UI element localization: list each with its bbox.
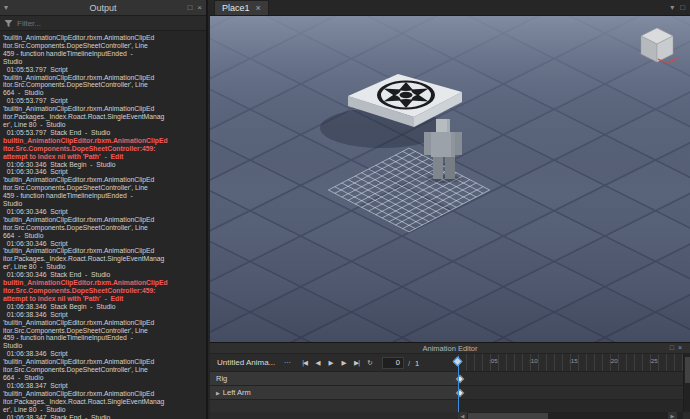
expander-icon[interactable]: ▶: [216, 390, 220, 396]
log-line[interactable]: er', Line 80 - Studio: [3, 263, 205, 271]
output-panel-header: ▾ Output □ ×: [0, 0, 206, 16]
log-line[interactable]: 459 - function handleTimelineInputEnded …: [3, 50, 205, 58]
document-tabbar: Place1 × ▾ □: [210, 0, 690, 16]
log-line[interactable]: attempt to index nil with 'Path' - Edit: [3, 295, 205, 303]
step-back-button[interactable]: ◀: [311, 356, 324, 370]
viewport-scene[interactable]: [210, 16, 690, 342]
log-line[interactable]: 01:05:53.797 Stack End - Studio: [3, 129, 205, 137]
log-line[interactable]: 'builtin_AnimationClipEditor.rbxm.Animat…: [3, 216, 205, 224]
skip-to-start-button[interactable]: |◀: [298, 356, 311, 370]
log-line[interactable]: builtin_AnimationClipEditor.rbxm.Animati…: [3, 137, 205, 145]
log-line[interactable]: 01:06:30.346 Script: [3, 240, 205, 248]
log-line[interactable]: Studio: [3, 342, 205, 350]
vscroll-thumb[interactable]: [685, 357, 690, 383]
output-filter-bar[interactable]: [0, 16, 206, 31]
float-panel-icon[interactable]: □: [187, 4, 192, 12]
filter-funnel-icon: [4, 19, 13, 28]
tabbar-float-icon[interactable]: □: [680, 3, 685, 12]
log-line[interactable]: 'builtin_AnimationClipEditor.rbxm.Animat…: [3, 34, 205, 42]
timeline-horizontal-scrollbar[interactable]: ◀ ▶: [210, 412, 690, 419]
tab-place1[interactable]: Place1 ×: [214, 0, 269, 15]
animation-editor-panel: Animation Editor □ × Untitled Anima... .…: [210, 342, 690, 419]
clip-name-dropdown[interactable]: Untitled Anima...: [217, 358, 275, 367]
log-line[interactable]: itor.Src.Components.DopeSheetController'…: [3, 81, 205, 89]
output-filter-input[interactable]: [17, 19, 202, 28]
ruler-tick-label: :10: [529, 357, 538, 364]
scroll-left-icon[interactable]: ◀: [458, 412, 467, 419]
animation-editor-title: Animation Editor: [210, 343, 690, 354]
log-line[interactable]: 664 - Studio: [3, 89, 205, 97]
frame-separator: /: [408, 359, 410, 368]
timeline-ruler[interactable]: :05:10:15:20:25: [458, 354, 683, 371]
float-panel-icon[interactable]: □: [670, 344, 674, 352]
log-line[interactable]: itor.Src.Components.DopeSheetController'…: [3, 42, 205, 50]
log-line[interactable]: itor.Src.Components.DopeSheetController:…: [3, 145, 205, 153]
log-line[interactable]: er', Line 80 - Studio: [3, 121, 205, 129]
log-line[interactable]: itor.Src.Components.DopeSheetController:…: [3, 287, 205, 295]
step-forward-button[interactable]: ▶: [337, 356, 350, 370]
log-line[interactable]: Studio: [3, 200, 205, 208]
panel-menu-icon[interactable]: ▾: [4, 3, 8, 12]
log-line[interactable]: 'builtin_AnimationClipEditor.rbxm.Animat…: [3, 176, 205, 184]
ruler-tick-label: :05: [489, 357, 498, 364]
log-line[interactable]: itor.Src.Components.DopeSheetController'…: [3, 184, 205, 192]
log-line[interactable]: itor.Packages._Index.Roact.Roact.SingleE…: [3, 255, 205, 263]
main-region: Place1 × ▾ □: [210, 0, 690, 419]
track-row-rig[interactable]: Rig: [210, 372, 458, 386]
log-line[interactable]: itor.Packages._Index.Roact.Roact.SingleE…: [3, 113, 205, 121]
total-duration-input[interactable]: 1: [415, 359, 419, 368]
log-line[interactable]: 01:06:38.346 Script: [3, 350, 205, 358]
track-lane-column: [458, 372, 683, 412]
track-name-column: Rig▶Left Arm: [210, 372, 458, 412]
log-line[interactable]: 01:06:30.346 Stack Begin - Studio: [3, 161, 205, 169]
log-line[interactable]: 01:06:30.346 Script: [3, 208, 205, 216]
track-row-left-arm[interactable]: ▶Left Arm: [210, 386, 458, 400]
log-line[interactable]: 'builtin_AnimationClipEditor.rbxm.Animat…: [3, 74, 205, 82]
track-lane[interactable]: [459, 386, 683, 400]
log-line[interactable]: 01:06:30.346 Script: [3, 168, 205, 176]
log-line[interactable]: 01:06:38.347 Stack End - Studio: [3, 414, 205, 419]
log-line[interactable]: 459 - function handleTimelineInputEnded …: [3, 192, 205, 200]
loop-toggle-button[interactable]: ↻: [363, 356, 376, 370]
close-panel-icon[interactable]: ×: [678, 344, 682, 352]
play-button[interactable]: ▶: [324, 356, 337, 370]
tab-close-icon[interactable]: ×: [256, 3, 261, 13]
track-label: Rig: [216, 374, 227, 383]
log-line[interactable]: 'builtin_AnimationClipEditor.rbxm.Animat…: [3, 247, 205, 255]
log-line[interactable]: itor.Src.Components.DopeSheetController'…: [3, 224, 205, 232]
log-line[interactable]: attempt to index nil with 'Path' - Edit: [3, 153, 205, 161]
log-line[interactable]: Studio: [3, 58, 205, 66]
log-line[interactable]: itor.Packages._Index.Roact.Roact.SingleE…: [3, 398, 205, 406]
log-line[interactable]: itor.Src.Components.DopeSheetController'…: [3, 327, 205, 335]
clip-menu-button[interactable]: ...: [284, 356, 291, 365]
tabbar-menu-icon[interactable]: ▾: [670, 3, 674, 12]
viewport-3d[interactable]: [210, 16, 690, 342]
log-line[interactable]: 01:06:38.346 Script: [3, 311, 205, 319]
log-line[interactable]: 01:05:53.797 Script: [3, 66, 205, 74]
timeline-vertical-scrollbar[interactable]: [683, 354, 690, 412]
hscroll-thumb[interactable]: [468, 413, 548, 419]
log-line[interactable]: 01:05:53.797 Script: [3, 97, 205, 105]
close-panel-icon[interactable]: ×: [197, 4, 202, 12]
current-frame-input[interactable]: 0: [382, 357, 404, 369]
skip-to-end-button[interactable]: ▶|: [350, 356, 363, 370]
log-line[interactable]: 664 - Studio: [3, 374, 205, 382]
output-panel-title: Output: [0, 3, 206, 13]
output-panel: ▾ Output □ × 'builtin_AnimationClipEdito…: [0, 0, 208, 419]
log-line[interactable]: 'builtin_AnimationClipEditor.rbxm.Animat…: [3, 390, 205, 398]
log-line[interactable]: er', Line 80 - Studio: [3, 406, 205, 414]
log-line[interactable]: 'builtin_AnimationClipEditor.rbxm.Animat…: [3, 358, 205, 366]
log-line[interactable]: 01:06:38.347 Script: [3, 382, 205, 390]
log-line[interactable]: builtin_AnimationClipEditor.rbxm.Animati…: [3, 279, 205, 287]
log-line[interactable]: 664 - Studio: [3, 232, 205, 240]
track-lane[interactable]: [459, 372, 683, 386]
log-line[interactable]: itor.Src.Components.DopeSheetController'…: [3, 366, 205, 374]
log-line[interactable]: 'builtin_AnimationClipEditor.rbxm.Animat…: [3, 105, 205, 113]
log-line[interactable]: 'builtin_AnimationClipEditor.rbxm.Animat…: [3, 319, 205, 327]
scroll-right-icon[interactable]: ▶: [668, 412, 677, 419]
log-line[interactable]: 01:06:38.346 Stack Begin - Studio: [3, 303, 205, 311]
log-line[interactable]: 459 - function handleTimelineInputEnded …: [3, 334, 205, 342]
log-line[interactable]: 01:06:30.346 Stack End - Studio: [3, 271, 205, 279]
ruler-tick-label: :20: [609, 357, 618, 364]
output-log: 'builtin_AnimationClipEditor.rbxm.Animat…: [0, 32, 206, 419]
